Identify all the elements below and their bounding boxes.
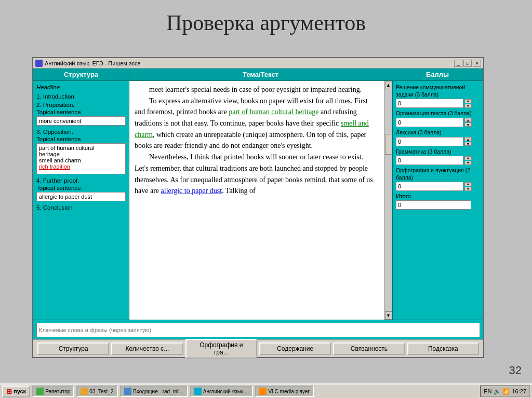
toolbar-hint-button[interactable]: Подсказка <box>407 342 479 355</box>
toolbar-cohesion-button[interactable]: Связанность <box>333 342 405 355</box>
score-total-input[interactable] <box>396 200 471 210</box>
score-org: Организация текста (3 балла) ▲ ▼ <box>396 110 480 127</box>
slide-header: Проверка аргументов <box>0 0 532 40</box>
toolbar-count-button[interactable]: Количество с... <box>111 342 183 355</box>
minimize-button[interactable]: _ <box>454 60 462 67</box>
score-lex-row: ▲ ▼ <box>396 137 480 146</box>
scroll-thumb[interactable] <box>385 134 392 155</box>
score-gram-input[interactable] <box>396 156 463 165</box>
score-lex: Лексика (3 балла) ▲ ▼ <box>396 129 480 146</box>
taskbar-item-1[interactable]: 03_Test_2 <box>76 386 118 397</box>
scroll-down-button[interactable]: ▼ <box>385 311 392 320</box>
text-header: Тема/Текст <box>129 68 392 80</box>
taskbar-item-4[interactable]: VLC media player <box>255 386 313 397</box>
spin-down[interactable]: ▼ <box>464 142 472 146</box>
sidebar: Headline 1. Introduction 2. Proposition.… <box>33 81 129 320</box>
score-lex-label: Лексика (3 балла) <box>396 129 480 136</box>
spin-up[interactable]: ▲ <box>464 99 472 103</box>
sidebar-opposition-box[interactable]: part of human cultural heritage smell an… <box>36 143 126 174</box>
score-lex-input[interactable] <box>396 137 463 146</box>
sidebar-opposition-label: 3. Opposition. <box>36 129 126 135</box>
content-area: Headline 1. Introduction 2. Proposition.… <box>33 81 483 320</box>
toolbar-spell-button[interactable]: Орфография и гра... <box>185 339 257 359</box>
tray-icons: 🔊 📶 <box>494 388 510 395</box>
score-gram-row: ▲ ▼ <box>396 156 480 165</box>
score-comm-spinner: ▲ ▼ <box>464 99 472 108</box>
spin-up[interactable]: ▲ <box>464 182 472 186</box>
score-gram-spinner: ▲ ▼ <box>464 156 472 165</box>
score-spell-row: ▲ ▼ <box>396 182 480 191</box>
maximize-button[interactable]: □ <box>463 60 472 67</box>
taskbar-label-4: VLC media player <box>268 389 309 394</box>
opp-line4: rich tradition <box>39 163 123 170</box>
sidebar-opposition-sub: Topical sentence. <box>36 136 126 142</box>
bottom-toolbar: Структура Количество с... Орфография и г… <box>33 339 483 357</box>
taskbar-item-2[interactable]: Входящие - rad_mil... <box>120 386 188 397</box>
paragraph-1: meet learner's special needs in case of … <box>135 84 379 95</box>
score-org-spinner: ▲ ▼ <box>464 118 472 127</box>
column-headers: Структура Тема/Текст Баллы <box>33 68 483 81</box>
score-spell-input[interactable] <box>396 182 463 191</box>
score-total-label: Итого <box>396 193 480 199</box>
start-button[interactable]: ⊞ пуск <box>2 386 30 397</box>
score-comm-label: Решение коммуникативной задачи (3 балла) <box>396 84 480 98</box>
taskbar-icon-1 <box>81 388 88 395</box>
spin-down[interactable]: ▼ <box>464 104 472 108</box>
page-title: Проверка аргументов <box>0 10 532 35</box>
spin-down[interactable]: ▼ <box>464 161 472 165</box>
text-scrollbar[interactable]: ▲ ▼ <box>384 81 392 320</box>
score-header: Баллы <box>392 68 483 80</box>
score-lex-spinner: ▲ ▼ <box>464 137 472 146</box>
score-gram: Грамматика (3 балла) ▲ ▼ <box>396 148 480 166</box>
spin-up[interactable]: ▲ <box>464 156 472 160</box>
score-comm-row: ▲ ▼ <box>396 99 480 108</box>
scroll-track[interactable] <box>385 89 392 311</box>
spin-down[interactable]: ▼ <box>464 187 472 191</box>
opp-line3: smell and charm <box>39 157 123 163</box>
tray-time: 16:27 <box>512 388 526 394</box>
close-button[interactable]: ✕ <box>473 60 481 67</box>
spin-up[interactable]: ▲ <box>464 118 472 122</box>
taskbar-icon-3 <box>194 388 202 395</box>
taskbar: ⊞ пуск Репетитор 03_Test_2 Входящие - ra… <box>0 383 532 398</box>
keywords-input[interactable] <box>36 323 480 337</box>
taskbar-label-0: Репетитор <box>45 389 70 394</box>
paragraph-2: To express an alternative view, books on… <box>135 95 379 152</box>
title-bar-text: Английский язык. ЕГЭ - Пишем эссе <box>35 60 141 67</box>
score-org-input[interactable] <box>396 118 463 127</box>
title-bar-label: Английский язык. ЕГЭ - Пишем эссе <box>45 60 141 66</box>
opp-line2: heritage <box>39 151 123 157</box>
taskbar-tray: EN 🔊 📶 16:27 <box>480 386 530 397</box>
score-spell: Орфография и пунктуация (2 балла) ▲ ▼ <box>396 167 480 191</box>
score-panel: Решение коммуникативной задачи (3 балла)… <box>392 81 483 320</box>
score-org-row: ▲ ▼ <box>396 118 480 127</box>
spin-up[interactable]: ▲ <box>464 137 472 141</box>
sidebar-further-label: 4. Further proof. <box>36 177 126 184</box>
taskbar-label-1: 03_Test_2 <box>89 389 113 394</box>
sidebar-further-sub: Topical sentence. <box>36 185 126 191</box>
toolbar-content-button[interactable]: Содержание <box>259 342 331 355</box>
sidebar-conclusion: 5. Conclusion <box>36 204 126 211</box>
tray-lang: EN <box>484 388 491 394</box>
taskbar-label-3: Английский язык.... <box>203 389 249 394</box>
taskbar-item-3[interactable]: Английский язык.... <box>190 386 254 397</box>
start-label: пуск <box>14 388 26 394</box>
score-total: Итого <box>396 193 480 210</box>
opp-line1: part of human cultural <box>39 145 123 151</box>
taskbar-icon-2 <box>124 388 131 395</box>
score-org-label: Организация текста (3 балла) <box>396 110 480 117</box>
scroll-up-button[interactable]: ▲ <box>385 81 392 89</box>
score-comm-input[interactable] <box>396 99 463 108</box>
taskbar-item-0[interactable]: Репетитор <box>32 386 74 397</box>
sidebar-further-box[interactable]: allergic to paper dust <box>36 192 126 201</box>
start-icon: ⊞ <box>6 388 12 395</box>
main-text-area: meet learner's special needs in case of … <box>129 81 392 320</box>
sidebar-intro: 1. Introduction <box>36 93 126 100</box>
sidebar-proposition-box[interactable]: more convenient <box>36 116 126 126</box>
toolbar-structure-button[interactable]: Структура <box>37 342 109 355</box>
score-spell-spinner: ▲ ▼ <box>464 182 472 191</box>
spin-down[interactable]: ▼ <box>464 122 472 127</box>
slide-number: 32 <box>509 364 522 377</box>
taskbar-icon-0 <box>36 388 44 395</box>
title-bar: Английский язык. ЕГЭ - Пишем эссе _ □ ✕ <box>33 58 483 68</box>
